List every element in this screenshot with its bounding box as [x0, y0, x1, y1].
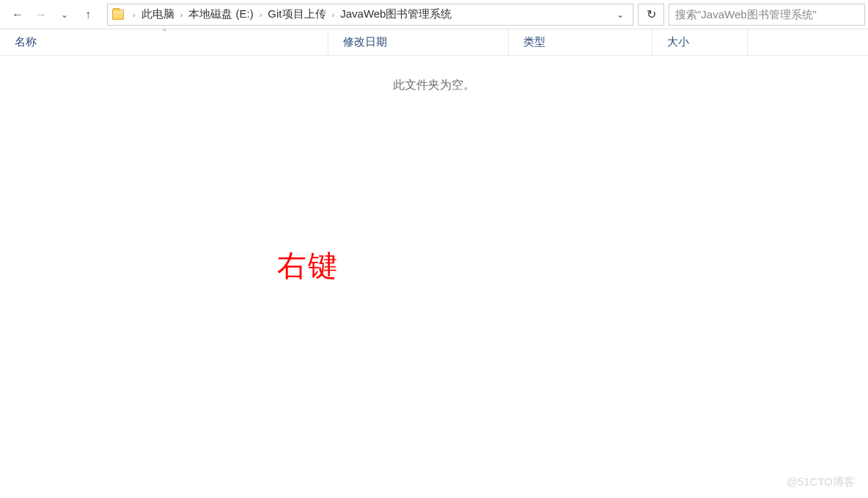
column-header-date[interactable]: 修改日期 [328, 29, 509, 55]
nav-button-group: ← → ⌄ ↑ [3, 6, 103, 23]
search-input[interactable] [675, 8, 858, 21]
address-bar[interactable]: › 此电脑 › 本地磁盘 (E:) › Git项目上传 › JavaWeb图书管… [107, 4, 633, 26]
chevron-right-icon[interactable]: › [255, 10, 267, 19]
forward-button[interactable]: → [32, 6, 50, 23]
column-label: 类型 [523, 35, 545, 49]
empty-folder-message: 此文件夹为空。 [0, 56, 868, 115]
refresh-icon: ↻ [647, 7, 656, 21]
column-label: 名称 [15, 35, 37, 49]
column-label: 修改日期 [343, 35, 387, 49]
recent-locations-button[interactable]: ⌄ [56, 6, 73, 23]
up-button[interactable]: ↑ [79, 6, 97, 23]
column-label: 大小 [667, 35, 689, 49]
breadcrumb-item[interactable]: 此电脑 [140, 7, 176, 21]
search-box[interactable] [669, 4, 865, 26]
breadcrumb: › 此电脑 › 本地磁盘 (E:) › Git项目上传 › JavaWeb图书管… [128, 7, 612, 21]
refresh-button[interactable]: ↻ [638, 4, 664, 26]
column-header-size[interactable]: 大小 [652, 29, 748, 55]
breadcrumb-item[interactable]: JavaWeb图书管理系统 [339, 7, 453, 21]
annotation-label: 右键 [277, 246, 339, 286]
chevron-down-icon[interactable]: ⌄ [612, 10, 628, 20]
watermark: @51CTO博客 [787, 475, 855, 489]
address-toolbar: ← → ⌄ ↑ › 此电脑 › 本地磁盘 (E:) › Git项目上传 › Ja… [0, 0, 868, 29]
column-header-name[interactable]: ⌃ 名称 [0, 29, 328, 55]
folder-icon [112, 10, 124, 20]
back-button[interactable]: ← [9, 6, 26, 23]
chevron-right-icon[interactable]: › [176, 10, 188, 19]
sort-ascending-icon: ⌃ [161, 28, 167, 36]
breadcrumb-item[interactable]: Git项目上传 [266, 7, 327, 21]
breadcrumb-item[interactable]: 本地磁盘 (E:) [187, 7, 254, 21]
column-headers: ⌃ 名称 修改日期 类型 大小 [0, 29, 868, 56]
column-header-type[interactable]: 类型 [509, 29, 652, 55]
chevron-right-icon[interactable]: › [328, 10, 339, 19]
chevron-right-icon[interactable]: › [128, 10, 140, 19]
